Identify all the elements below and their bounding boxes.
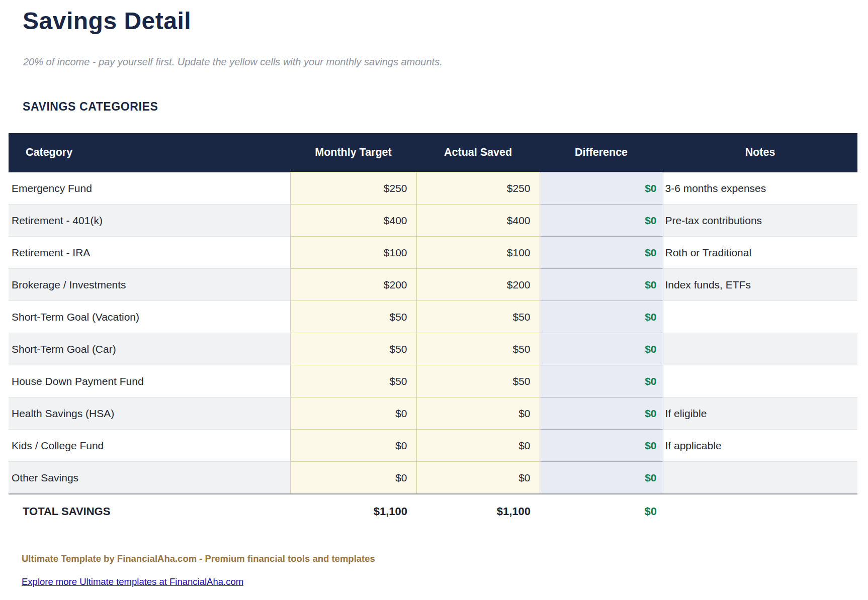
savings-detail-page: Savings Detail 20% of income - pay yours… — [0, 7, 868, 587]
savings-categories-table: Category Monthly Target Actual Saved Dif… — [9, 133, 857, 529]
section-title-savings-categories: SAVINGS CATEGORIES — [23, 100, 857, 114]
category-cell: Other Savings — [9, 462, 290, 494]
notes-cell — [663, 365, 857, 397]
monthly-target-cell[interactable]: $0 — [290, 397, 416, 430]
total-monthly-target-value: $1,100 — [290, 494, 416, 529]
page-title: Savings Detail — [23, 7, 857, 35]
monthly-target-cell[interactable]: $0 — [290, 462, 416, 494]
category-cell: Brokerage / Investments — [9, 269, 290, 301]
table-header-row: Category Monthly Target Actual Saved Dif… — [9, 133, 857, 172]
total-row: TOTAL SAVINGS $1,100 $1,100 $0 — [9, 494, 857, 529]
actual-saved-cell[interactable]: $0 — [416, 397, 540, 430]
notes-cell — [663, 333, 857, 365]
monthly-target-cell[interactable]: $100 — [290, 237, 416, 269]
category-cell: Retirement - 401(k) — [9, 205, 290, 237]
monthly-target-cell[interactable]: $400 — [290, 205, 416, 237]
table-row: House Down Payment Fund $50 $50 $0 — [9, 365, 857, 397]
table-row: Short-Term Goal (Car) $50 $50 $0 — [9, 333, 857, 365]
actual-saved-cell[interactable]: $200 — [416, 269, 540, 301]
monthly-target-cell[interactable]: $50 — [290, 333, 416, 365]
category-cell: Retirement - IRA — [9, 237, 290, 269]
difference-cell: $0 — [540, 301, 663, 333]
difference-cell: $0 — [540, 205, 663, 237]
column-header-category: Category — [9, 133, 290, 172]
column-header-monthly-target: Monthly Target — [290, 133, 416, 172]
notes-cell: If applicable — [663, 430, 857, 462]
category-cell: Short-Term Goal (Vacation) — [9, 301, 290, 333]
actual-saved-cell[interactable]: $400 — [416, 205, 540, 237]
total-savings-label: TOTAL SAVINGS — [9, 494, 290, 529]
monthly-target-cell[interactable]: $0 — [290, 430, 416, 462]
category-cell: Emergency Fund — [9, 172, 290, 205]
notes-cell: 3-6 months expenses — [663, 172, 857, 205]
table-row: Retirement - 401(k) $400 $400 $0 Pre-tax… — [9, 205, 857, 237]
notes-cell: Index funds, ETFs — [663, 269, 857, 301]
page-subtitle: 20% of income - pay yourself first. Upda… — [23, 56, 857, 68]
category-cell: House Down Payment Fund — [9, 365, 290, 397]
notes-cell: If eligible — [663, 397, 857, 430]
column-header-notes: Notes — [663, 133, 857, 172]
actual-saved-cell[interactable]: $50 — [416, 333, 540, 365]
total-actual-saved-value: $1,100 — [416, 494, 540, 529]
monthly-target-cell[interactable]: $50 — [290, 365, 416, 397]
total-notes-empty-cell — [663, 494, 857, 529]
explore-templates-link[interactable]: Explore more Ultimate templates at Finan… — [22, 576, 243, 587]
difference-cell: $0 — [540, 237, 663, 269]
monthly-target-cell[interactable]: $200 — [290, 269, 416, 301]
category-cell: Kids / College Fund — [9, 430, 290, 462]
category-cell: Health Savings (HSA) — [9, 397, 290, 430]
difference-cell: $0 — [540, 333, 663, 365]
difference-cell: $0 — [540, 462, 663, 494]
notes-cell — [663, 462, 857, 494]
difference-cell: $0 — [540, 430, 663, 462]
column-header-difference: Difference — [540, 133, 663, 172]
actual-saved-cell[interactable]: $50 — [416, 301, 540, 333]
monthly-target-cell[interactable]: $250 — [290, 172, 416, 205]
table-row: Kids / College Fund $0 $0 $0 If applicab… — [9, 430, 857, 462]
column-header-actual-saved: Actual Saved — [416, 133, 540, 172]
table-row: Short-Term Goal (Vacation) $50 $50 $0 — [9, 301, 857, 333]
notes-cell: Roth or Traditional — [663, 237, 857, 269]
total-difference-value: $0 — [540, 494, 663, 529]
table-row: Brokerage / Investments $200 $200 $0 Ind… — [9, 269, 857, 301]
table-row: Retirement - IRA $100 $100 $0 Roth or Tr… — [9, 237, 857, 269]
branding-text: Ultimate Template by FinancialAha.com - … — [22, 553, 857, 564]
actual-saved-cell[interactable]: $0 — [416, 462, 540, 494]
difference-cell: $0 — [540, 269, 663, 301]
actual-saved-cell[interactable]: $0 — [416, 430, 540, 462]
monthly-target-cell[interactable]: $50 — [290, 301, 416, 333]
difference-cell: $0 — [540, 172, 663, 205]
notes-cell — [663, 301, 857, 333]
table-row: Other Savings $0 $0 $0 — [9, 462, 857, 494]
difference-cell: $0 — [540, 365, 663, 397]
notes-cell: Pre-tax contributions — [663, 205, 857, 237]
actual-saved-cell[interactable]: $250 — [416, 172, 540, 205]
category-cell: Short-Term Goal (Car) — [9, 333, 290, 365]
actual-saved-cell[interactable]: $100 — [416, 237, 540, 269]
table-row: Health Savings (HSA) $0 $0 $0 If eligibl… — [9, 397, 857, 430]
actual-saved-cell[interactable]: $50 — [416, 365, 540, 397]
table-row: Emergency Fund $250 $250 $0 3-6 months e… — [9, 172, 857, 205]
difference-cell: $0 — [540, 397, 663, 430]
